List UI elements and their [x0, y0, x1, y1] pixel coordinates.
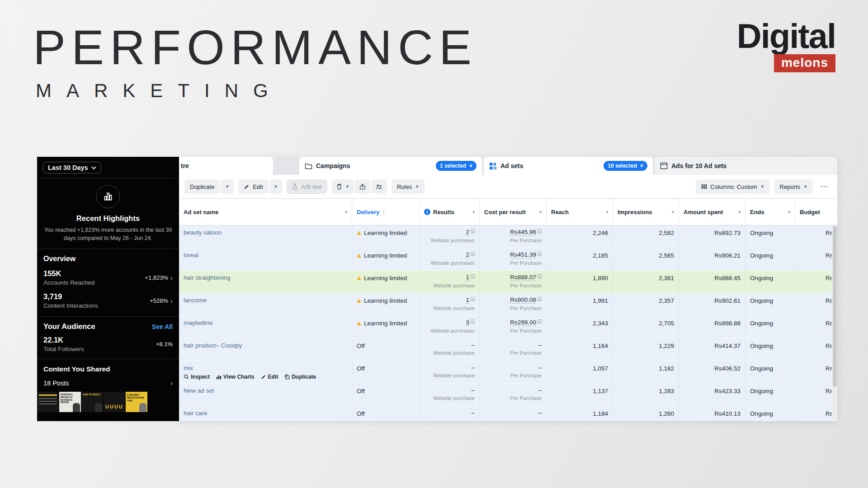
post-thumbnail[interactable]: UUUU: [104, 392, 125, 412]
ad-set-name[interactable]: mix: [184, 364, 347, 371]
post-thumbnail[interactable]: [37, 392, 59, 412]
tab-ad-sets[interactable]: Ad sets 10 selected ×: [484, 157, 653, 175]
ad-set-name-cell[interactable]: New ad set: [179, 384, 352, 406]
tab-partial[interactable]: tre: [179, 157, 273, 175]
delivery-cell: Learning limited: [352, 293, 420, 315]
table-row[interactable]: mix InspectView ChartsEditDuplicate Off …: [179, 361, 837, 384]
table-row[interactable]: maybelline Learning limited 3 Website pu…: [179, 316, 837, 338]
attribution-icon: [471, 297, 475, 301]
row-action-inspect[interactable]: Inspect: [184, 374, 210, 380]
row-action-duplicate[interactable]: Duplicate: [284, 374, 316, 380]
vertical-scrollbar[interactable]: [832, 226, 837, 421]
ad-set-name[interactable]: hair product~ Coodpy: [184, 342, 347, 349]
delivery-cell: Off: [352, 384, 420, 406]
impressions-cell: 1,260: [613, 406, 679, 421]
col-header-impressions[interactable]: Impressions ▾: [613, 199, 679, 225]
col-header-budget[interactable]: Budget: [795, 199, 837, 225]
warning-icon: [357, 299, 361, 303]
adset-table-header: Ad set name ▾ Delivery ↑ i Results ▾ Cos…: [179, 198, 837, 225]
posts-row[interactable]: 18 Posts ›: [37, 373, 179, 391]
campaigns-selected-pill[interactable]: 1 selected ×: [436, 161, 476, 171]
close-icon[interactable]: ×: [469, 163, 472, 169]
ad-set-name[interactable]: loreal: [184, 251, 347, 258]
brand-logo-badge: melons: [774, 54, 835, 72]
export-button[interactable]: [355, 179, 370, 194]
col-header-cost-per-result[interactable]: Cost per result ▾: [480, 199, 547, 225]
col-header-results[interactable]: i Results ▾: [420, 199, 480, 225]
results-cell: – Website purchase: [420, 384, 480, 406]
delete-dropdown-button[interactable]: ▼: [332, 179, 354, 194]
highlights-body: You reached +1,823% more accounts in the…: [42, 226, 174, 249]
info-icon: i: [424, 209, 430, 215]
see-all-link[interactable]: See All: [152, 323, 173, 330]
col-header-delivery[interactable]: Delivery ↑: [352, 199, 420, 225]
page-subtitle: MARKETING: [36, 80, 477, 102]
delivery-status: Learning limited: [364, 230, 407, 236]
tab-campaigns[interactable]: Campaigns 1 selected ×: [299, 157, 482, 175]
col-header-ends[interactable]: Ends ▾: [745, 199, 795, 225]
columns-button[interactable]: Columns: Custom ▼: [696, 179, 769, 194]
adset-table-body: beauty saloon Learning limited 2 Website…: [179, 225, 837, 421]
ad-set-name-cell[interactable]: mix InspectView ChartsEditDuplicate: [179, 361, 352, 383]
edit-button[interactable]: Edit: [238, 179, 268, 194]
metric-content-interactions[interactable]: 3,719 Content Interactions +528%›: [37, 286, 179, 309]
reports-button[interactable]: Reports ▼: [774, 179, 813, 194]
post-thumbnail[interactable]: 8 SECRET NEGOTIATION TIPS: [126, 392, 147, 412]
table-row[interactable]: hair straightening Learning limited 1 We…: [179, 271, 837, 293]
scrollbar-thumb[interactable]: [833, 226, 837, 387]
tab-ads[interactable]: Ads for 10 Ad sets: [655, 157, 837, 175]
col-header-ad-set-name[interactable]: Ad set name ▾: [179, 199, 352, 225]
period-selector[interactable]: Last 30 Days: [43, 162, 101, 174]
export-icon: [359, 183, 366, 190]
duplicate-button[interactable]: Duplicate: [184, 179, 220, 194]
table-row[interactable]: lancome Learning limited 1 Website purch…: [179, 293, 837, 316]
table-row[interactable]: loreal Learning limited 2 Website purcha…: [179, 248, 837, 271]
ad-set-name-cell[interactable]: loreal: [179, 248, 352, 270]
col-header-amount-spent[interactable]: Amount spent ▾: [679, 199, 745, 225]
ad-set-name[interactable]: maybelline: [184, 319, 347, 326]
ad-sets-selected-pill[interactable]: 10 selected ×: [604, 161, 647, 171]
table-row[interactable]: beauty saloon Learning limited 2 Website…: [179, 225, 837, 248]
post-thumbnail[interactable]: PERSONAL BRAND VS BUSINESS BRAND: [59, 392, 81, 412]
table-row[interactable]: hair care Off – – 1,184 1,260 Rs410.13 O…: [179, 406, 837, 421]
ad-set-name-cell[interactable]: beauty saloon: [179, 225, 352, 248]
cost-type: Per Purchase: [484, 260, 542, 266]
post-thumbnail[interactable]: HOW TO REELS: [81, 392, 103, 412]
table-row[interactable]: hair product~ Coodpy Off – Website purch…: [179, 338, 837, 361]
ad-set-name-cell[interactable]: hair product~ Coodpy: [179, 338, 352, 361]
ad-set-name[interactable]: beauty saloon: [184, 229, 347, 236]
ad-set-name[interactable]: lancome: [184, 296, 347, 304]
caret-down-icon: ▼: [345, 184, 349, 189]
cost-type: Per Purchase: [484, 305, 542, 311]
ad-set-name-cell[interactable]: maybelline: [179, 316, 352, 338]
ad-set-name-cell[interactable]: lancome: [179, 293, 352, 315]
magnifier-icon: [184, 374, 189, 380]
table-row[interactable]: New ad set Off – Website purchase – Per …: [179, 384, 837, 406]
ad-set-name-cell[interactable]: hair care: [179, 406, 352, 421]
ads-page-icon: [660, 162, 668, 169]
row-action-charts[interactable]: View Charts: [216, 374, 254, 380]
ad-set-name[interactable]: hair straightening: [184, 274, 347, 281]
metric-total-followers[interactable]: 22.1K Total Followers +8.1%: [37, 331, 179, 352]
headline: PERFORMANCE MARKETING: [33, 22, 477, 102]
row-action-edit[interactable]: Edit: [261, 374, 278, 380]
ad-set-name-cell[interactable]: hair straightening: [179, 271, 352, 293]
close-icon[interactable]: ×: [640, 163, 643, 169]
ad-set-name[interactable]: New ad set: [184, 387, 347, 394]
impressions-cell: 2,705: [613, 316, 679, 338]
results-cell: –: [420, 406, 480, 421]
metric-accounts-reached[interactable]: 155K Accounts Reached +1,823%›: [37, 263, 179, 286]
reach-cell: 2,185: [547, 248, 613, 270]
ad-set-name[interactable]: hair care: [184, 409, 347, 417]
audience-title: Your Audience: [43, 322, 95, 331]
duplicate-dropdown-button[interactable]: ▼: [221, 179, 234, 194]
delivery-status: Learning limited: [364, 252, 407, 259]
edit-dropdown-button[interactable]: ▼: [269, 179, 283, 194]
more-options-button[interactable]: ⋯: [817, 182, 832, 192]
brand-logo: Digital melons: [737, 19, 835, 72]
rules-button[interactable]: Rules ▼: [392, 179, 425, 194]
assign-people-button[interactable]: [371, 179, 387, 194]
ab-test-button[interactable]: A/B test: [287, 179, 327, 194]
bar-chart-icon: [103, 191, 113, 202]
col-header-reach[interactable]: Reach ▾: [547, 199, 613, 225]
